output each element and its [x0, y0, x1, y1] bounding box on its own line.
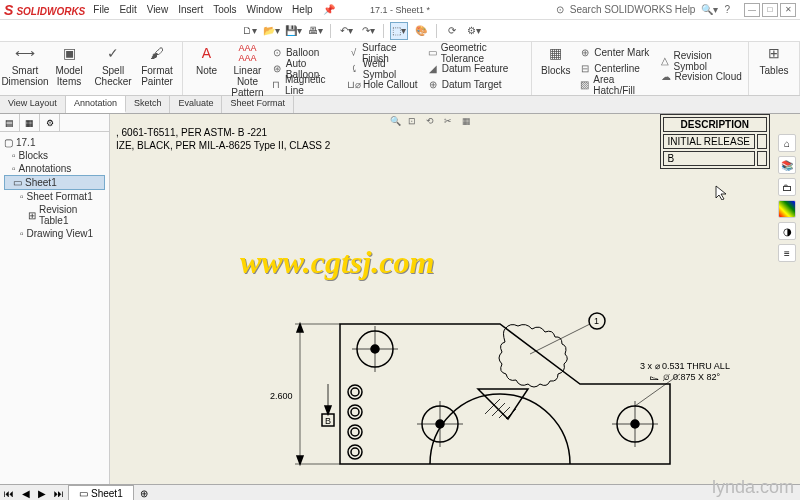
- options-icon[interactable]: ⚙▾: [465, 22, 483, 40]
- table-icon: ⊞: [28, 210, 36, 221]
- menu-tools[interactable]: Tools: [213, 4, 236, 15]
- model-items-button[interactable]: ▣Model Items: [50, 44, 88, 93]
- sheet-icon: ▭: [13, 177, 22, 188]
- tab-sheet-format[interactable]: Sheet Format: [222, 96, 294, 113]
- section-icon[interactable]: ✂: [444, 116, 460, 130]
- palette-icon[interactable]: [778, 200, 796, 218]
- tree-blocks[interactable]: ▫Blocks: [4, 149, 105, 162]
- property-icon[interactable]: ≡: [778, 244, 796, 262]
- magnetic-line-button[interactable]: ⊓Magnetic Line: [271, 77, 342, 92]
- separator: [330, 24, 331, 38]
- library-icon[interactable]: 📚: [778, 156, 796, 174]
- nav-first-icon[interactable]: ⏮: [0, 488, 18, 499]
- tables-button[interactable]: ⊞Tables: [755, 44, 793, 93]
- zoom-fit-icon[interactable]: 🔍: [390, 116, 406, 130]
- tree-sheet1[interactable]: ▭Sheet1: [4, 175, 105, 190]
- open-icon[interactable]: 📂▾: [262, 22, 280, 40]
- document-title: 17.1 - Sheet1 *: [370, 5, 430, 15]
- format-painter-button[interactable]: 🖌Format Painter: [138, 44, 176, 93]
- menu-file[interactable]: File: [93, 4, 109, 15]
- new-icon[interactable]: 🗋▾: [240, 22, 258, 40]
- tree-rev-table[interactable]: ⊞Revision Table1: [4, 203, 105, 227]
- title-right: ⊙ Search SOLIDWORKS Help 🔍▾ ? — □ ✕: [556, 3, 796, 17]
- cursor-icon: [714, 184, 730, 200]
- sheet-tabs: ⏮ ◀ ▶ ⏭ ▭Sheet1 ⊕: [0, 484, 800, 500]
- datum-target-button[interactable]: ⊕Datum Target: [427, 77, 526, 92]
- nav-next-icon[interactable]: ▶: [34, 488, 50, 499]
- svg-point-14: [348, 405, 362, 419]
- menu-insert[interactable]: Insert: [178, 4, 203, 15]
- dim-height: 2.600: [270, 391, 293, 401]
- add-sheet-icon[interactable]: ⊕: [134, 488, 154, 499]
- prev-view-icon[interactable]: ⟲: [426, 116, 442, 130]
- rebuild-icon[interactable]: ⟳: [443, 22, 461, 40]
- revision-symbol-button[interactable]: △Revision Symbol: [660, 53, 742, 68]
- nav-prev-icon[interactable]: ◀: [18, 488, 34, 499]
- tab-annotation[interactable]: Annotation: [66, 96, 126, 113]
- menu-edit[interactable]: Edit: [119, 4, 136, 15]
- save-icon[interactable]: 💾▾: [284, 22, 302, 40]
- fm-tab-prop[interactable]: ▦: [20, 114, 40, 132]
- tab-sketch[interactable]: Sketch: [126, 96, 171, 113]
- home-icon[interactable]: ⌂: [778, 134, 796, 152]
- appearance-icon[interactable]: ◑: [778, 222, 796, 240]
- print-icon[interactable]: 🖶▾: [306, 22, 324, 40]
- zoom-area-icon[interactable]: ⊡: [408, 116, 424, 130]
- surface-icon: √: [348, 47, 359, 59]
- center-mark-button[interactable]: ⊕Center Mark: [579, 45, 653, 60]
- tree-annotations[interactable]: ▫Annotations: [4, 162, 105, 175]
- datum-feature-button[interactable]: ◢Datum Feature: [427, 61, 526, 76]
- revision-cloud-button[interactable]: ☁Revision Cloud: [660, 69, 742, 84]
- sheet-tab-1[interactable]: ▭Sheet1: [68, 485, 134, 500]
- color-icon[interactable]: 🎨: [412, 22, 430, 40]
- minimize-button[interactable]: —: [744, 3, 760, 17]
- weld-icon: ⤹: [348, 63, 360, 75]
- drawing-notes[interactable]: , 6061-T6511, PER ASTM- B -221 IZE, BLAC…: [116, 126, 330, 152]
- close-button[interactable]: ✕: [780, 3, 796, 17]
- linear-note-button[interactable]: AAAAAALinear Note Pattern: [230, 44, 265, 93]
- spell-checker-button[interactable]: ✓Spell Checker: [94, 44, 132, 93]
- undo-icon[interactable]: ↶▾: [337, 22, 355, 40]
- drawing-view[interactable]: 2.600 B 1 3 x ⌀ 0.531 THRU ALL ⌳ ⌀ 0.875…: [240, 274, 740, 484]
- tables-icon: ⊞: [764, 44, 784, 64]
- geo-tolerance-button[interactable]: ▭Geometric Tolerance: [427, 45, 526, 60]
- hole-callout-button[interactable]: ⊔⌀Hole Callout: [348, 77, 421, 92]
- separator: [383, 24, 384, 38]
- menu-pin-icon[interactable]: 📌: [323, 4, 335, 15]
- select-icon[interactable]: ⬚▾: [390, 22, 408, 40]
- menu-help[interactable]: Help: [292, 4, 313, 15]
- menu-view[interactable]: View: [147, 4, 169, 15]
- balloon-icon: ⊙: [271, 47, 283, 59]
- tab-view-layout[interactable]: View Layout: [0, 96, 66, 113]
- maximize-button[interactable]: □: [762, 3, 778, 17]
- display-icon[interactable]: ▦: [462, 116, 478, 130]
- tab-evaluate[interactable]: Evaluate: [170, 96, 222, 113]
- weld-symbol-button[interactable]: ⤹Weld Symbol: [348, 61, 421, 76]
- tree-sheet-format[interactable]: ▫Sheet Format1: [4, 190, 105, 203]
- nav-last-icon[interactable]: ⏭: [50, 488, 68, 499]
- tree-root[interactable]: ▢17.1: [4, 136, 105, 149]
- lynda-watermark: lynda.com: [712, 477, 794, 498]
- search-label[interactable]: Search SOLIDWORKS Help: [570, 4, 696, 15]
- blocks-icon: ▦: [546, 44, 566, 64]
- help-icon[interactable]: ?: [724, 4, 730, 15]
- revision-table[interactable]: DESCRIPTION INITIAL RELEASE B: [660, 114, 770, 169]
- command-tabs: View Layout Annotation Sketch Evaluate S…: [0, 96, 800, 114]
- redo-icon[interactable]: ↷▾: [359, 22, 377, 40]
- explorer-icon[interactable]: 🗀: [778, 178, 796, 196]
- search-dropdown-icon[interactable]: 🔍▾: [701, 4, 718, 15]
- svg-point-17: [351, 428, 359, 436]
- hatch-icon: ▨: [579, 79, 590, 91]
- svg-line-23: [506, 409, 516, 419]
- drawing-canvas[interactable]: 🔍 ⊡ ⟲ ✂ ▦ DESCRIPTION INITIAL RELEASE B …: [110, 114, 800, 484]
- blocks-button[interactable]: ▦Blocks: [538, 44, 573, 93]
- area-hatch-button[interactable]: ▨Area Hatch/Fill: [579, 77, 653, 92]
- fm-tab-tree[interactable]: ▤: [0, 114, 20, 132]
- note-button[interactable]: ANote: [189, 44, 224, 93]
- menu-window[interactable]: Window: [247, 4, 283, 15]
- svg-marker-33: [325, 406, 331, 414]
- tree-drawing-view[interactable]: ▫Drawing View1: [4, 227, 105, 240]
- smart-dimension-button[interactable]: ⟷Smart Dimension: [6, 44, 44, 93]
- centermark-icon: ⊕: [579, 47, 591, 59]
- fm-tab-conf[interactable]: ⚙: [40, 114, 60, 132]
